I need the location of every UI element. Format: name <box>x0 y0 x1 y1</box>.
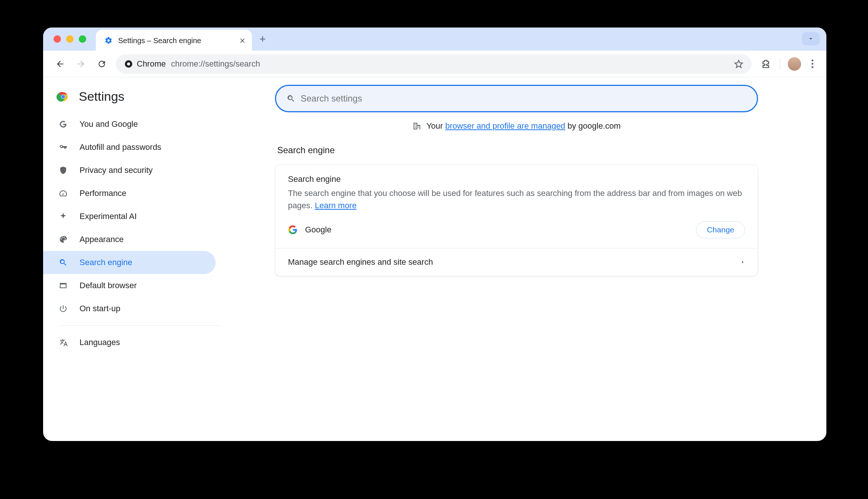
sidebar-item-you-and-google[interactable]: You and Google <box>43 113 216 136</box>
search-icon <box>58 257 68 268</box>
sidebar-item-appearance[interactable]: Appearance <box>43 228 216 251</box>
sidebar-item-label: Search engine <box>80 258 132 267</box>
main-panel: Your browser and profile are managed by … <box>221 77 826 441</box>
card-heading: Search engine <box>288 174 745 184</box>
change-engine-button[interactable]: Change <box>696 221 745 238</box>
chrome-menu-button[interactable] <box>805 59 820 68</box>
sidebar-item-label: Privacy and security <box>80 165 153 175</box>
profile-avatar-button[interactable] <box>788 57 801 71</box>
tab-title: Settings – Search engine <box>118 36 201 45</box>
browser-window-icon <box>58 280 68 291</box>
managed-suffix: by google.com <box>565 121 621 131</box>
sidebar-title: Settings <box>79 89 124 104</box>
tab-close-button[interactable]: × <box>240 36 245 45</box>
current-engine-row: Google Change <box>288 221 745 238</box>
sidebar-divider <box>58 325 221 326</box>
window-maximize-button[interactable] <box>79 35 86 43</box>
sidebar-item-label: Languages <box>80 338 120 347</box>
manage-row-label: Manage search engines and site search <box>288 257 433 267</box>
sidebar-item-search-engine[interactable]: Search engine <box>43 251 216 274</box>
sidebar-item-label: Experimental AI <box>80 212 137 221</box>
sidebar-item-label: You and Google <box>80 119 138 129</box>
sidebar-item-label: Autofill and passwords <box>80 142 161 152</box>
sidebar-item-label: Performance <box>80 189 126 198</box>
sidebar-item-label: Default browser <box>80 281 137 290</box>
sidebar-item-autofill[interactable]: Autofill and passwords <box>43 136 216 159</box>
window-minimize-button[interactable] <box>66 35 74 43</box>
sidebar-item-privacy[interactable]: Privacy and security <box>43 159 216 182</box>
sidebar-item-on-startup[interactable]: On start-up <box>43 297 216 320</box>
speedometer-icon <box>58 188 68 199</box>
toolbar: Chrome chrome://settings/search <box>43 51 826 77</box>
google-logo-icon <box>288 225 298 235</box>
google-g-icon <box>58 119 68 129</box>
search-icon <box>286 94 295 103</box>
chrome-logo-icon <box>124 59 133 68</box>
url-text: chrome://settings/search <box>171 59 260 69</box>
chrome-logo-icon <box>56 90 70 103</box>
card-description: The search engine that you choose will b… <box>288 187 745 212</box>
key-icon <box>58 142 68 152</box>
sidebar: Settings You and Google Autofill and pas… <box>43 77 221 441</box>
address-bar[interactable]: Chrome chrome://settings/search <box>116 54 752 74</box>
sidebar-item-experimental-ai[interactable]: Experimental AI <box>43 205 216 228</box>
sidebar-item-languages[interactable]: Languages <box>43 331 216 354</box>
browser-window: Settings – Search engine × + Chrome <box>43 28 826 441</box>
sidebar-header: Settings <box>43 84 221 113</box>
search-engine-card: Search engine The search engine that you… <box>275 164 758 276</box>
search-settings-input[interactable] <box>301 93 746 104</box>
tab-favicon-settings-icon <box>104 36 113 45</box>
nav-forward-button[interactable] <box>73 56 89 72</box>
titlebar: Settings – Search engine × + <box>43 28 826 51</box>
browser-tab[interactable]: Settings – Search engine × <box>96 30 252 51</box>
managed-link[interactable]: browser and profile are managed <box>445 121 565 131</box>
nav-back-button[interactable] <box>52 56 68 72</box>
sidebar-item-label: On start-up <box>80 304 120 313</box>
sidebar-item-default-browser[interactable]: Default browser <box>43 274 216 297</box>
separator <box>780 58 780 70</box>
site-chip-label: Chrome <box>137 59 166 69</box>
power-icon <box>58 303 68 314</box>
managed-banner: Your browser and profile are managed by … <box>275 121 758 131</box>
window-controls <box>54 35 86 43</box>
content-area: Settings You and Google Autofill and pas… <box>43 77 826 441</box>
extensions-button[interactable] <box>758 56 774 72</box>
nav-reload-button[interactable] <box>94 56 110 72</box>
tab-search-button[interactable] <box>802 32 820 45</box>
learn-more-link[interactable]: Learn more <box>315 201 357 210</box>
translate-icon <box>58 337 68 348</box>
chevron-down-icon <box>807 35 814 42</box>
managed-prefix: Your <box>427 121 446 131</box>
building-icon <box>412 122 421 131</box>
new-tab-button[interactable]: + <box>259 33 266 45</box>
svg-point-1 <box>127 62 130 65</box>
current-engine-name: Google <box>305 225 331 235</box>
window-close-button[interactable] <box>54 35 61 43</box>
sidebar-item-performance[interactable]: Performance <box>43 182 216 205</box>
section-title: Search engine <box>277 145 758 155</box>
palette-icon <box>58 234 68 245</box>
manage-search-engines-row[interactable]: Manage search engines and site search <box>275 248 758 276</box>
sparkle-icon <box>58 211 68 222</box>
bookmark-star-icon[interactable] <box>734 59 744 69</box>
chevron-right-icon <box>741 260 745 264</box>
shield-icon <box>58 165 68 176</box>
site-chip: Chrome <box>124 59 166 69</box>
sidebar-item-label: Appearance <box>80 235 124 244</box>
search-settings-box[interactable] <box>275 85 758 112</box>
